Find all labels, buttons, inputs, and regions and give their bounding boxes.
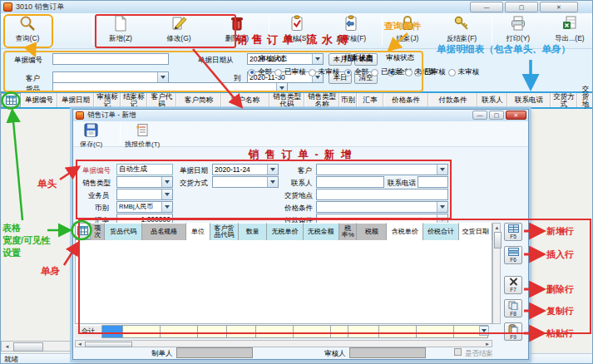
modify-button[interactable]: 修改(G) — [157, 15, 200, 47]
grid-column-header[interactable]: 货品代码 — [105, 223, 142, 240]
column-header[interactable]: 客户名称 — [221, 93, 269, 107]
grid-column-header[interactable]: 含税单价 — [387, 223, 423, 240]
phone-input[interactable] — [418, 176, 448, 188]
x-delete-icon — [509, 278, 518, 287]
column-header[interactable]: 汇率 — [357, 93, 383, 107]
dialog-close-button[interactable]: ✕ — [506, 111, 526, 120]
chevron-down-icon[interactable] — [479, 326, 489, 336]
price-cond-combo[interactable] — [316, 201, 448, 213]
query-customer-combo[interactable] — [52, 71, 169, 83]
grid-column-header[interactable]: 交货日期 — [459, 223, 492, 240]
detail-grid-body[interactable] — [75, 240, 492, 324]
column-header[interactable]: 币别 — [339, 93, 357, 107]
delivery-mode-label: 交货方式 — [180, 179, 208, 189]
salesman-combo[interactable] — [116, 189, 173, 200]
chevron-down-icon[interactable] — [437, 165, 447, 175]
grid-vscrollbar[interactable]: ▲ — [492, 223, 501, 324]
grid-column-header[interactable]: 无税金额 — [304, 223, 339, 240]
chevron-down-icon[interactable] — [312, 54, 323, 64]
grid-column-header[interactable]: 数量 — [239, 223, 267, 240]
main-hscrollbar[interactable]: ◄ — [1, 341, 72, 352]
grid-settings-button[interactable] — [75, 223, 91, 239]
add-row-button[interactable]: F5 — [504, 223, 522, 241]
close-button[interactable]: ✕ — [540, 2, 578, 12]
selected-total-cell[interactable] — [102, 325, 123, 338]
contact-input[interactable] — [316, 176, 384, 188]
copy-row-button[interactable]: F8 — [504, 299, 522, 317]
radio-audit-all[interactable] — [248, 69, 255, 76]
radio-unaudited[interactable] — [448, 69, 456, 76]
scroll-left-icon[interactable]: ◄ — [2, 342, 12, 350]
paste-row-annotation: 粘贴行 — [546, 327, 574, 340]
maximize-icon: ▢ — [519, 4, 525, 11]
grid-column-header[interactable]: 客户货品代码 — [210, 223, 239, 240]
grid-column-header[interactable]: 项次 — [91, 223, 105, 240]
maximize-button[interactable]: ▢ — [505, 2, 538, 12]
customer-combo[interactable] — [316, 164, 448, 175]
scroll-thumb[interactable] — [13, 342, 43, 352]
grid-column-header[interactable]: 单位 — [186, 223, 210, 240]
column-header[interactable]: 价格条件 — [383, 93, 428, 107]
column-header[interactable]: 销售类型代码 — [269, 93, 304, 107]
minimize-button[interactable]: — — [470, 2, 503, 12]
column-header[interactable]: 单据日期 — [57, 93, 94, 107]
grid-column-header[interactable]: 品名规格 — [142, 223, 186, 240]
grid-column-header[interactable]: 税率% — [339, 223, 357, 240]
grid-column-header[interactable]: 无税单价 — [267, 223, 303, 240]
radio-close-all[interactable] — [344, 69, 352, 76]
chevron-down-icon[interactable] — [437, 202, 447, 212]
column-header[interactable]: 付款条件 — [428, 93, 477, 107]
closed-checkbox[interactable] — [454, 348, 462, 356]
currency-combo[interactable]: RMB|人民币 — [116, 201, 173, 213]
grid-hscrollbar[interactable]: ◄ ► — [75, 340, 492, 347]
grid-column-header[interactable]: 价税合计 — [423, 223, 459, 240]
chevron-down-icon[interactable] — [161, 202, 172, 212]
scroll-thumb[interactable] — [85, 342, 132, 347]
scroll-up-icon[interactable]: ▲ — [494, 224, 500, 231]
audit-status-title: 审核状态 — [259, 54, 287, 64]
delivery-place-input[interactable] — [316, 189, 448, 200]
scroll-left-icon[interactable]: ◄ — [77, 342, 83, 347]
column-header[interactable]: 交货地点 — [577, 93, 593, 107]
column-header[interactable]: 交货方式 — [551, 93, 577, 107]
insert-row-button[interactable]: F6 — [504, 246, 522, 264]
doc-date-combo[interactable]: 2020-11-24 — [212, 164, 279, 175]
column-header[interactable]: 客户代码 — [147, 93, 176, 107]
delivery-mode-combo[interactable] — [212, 176, 279, 188]
dialog-maximize-button[interactable]: ▢ — [489, 111, 504, 120]
delete-row-button[interactable]: F7 — [504, 276, 522, 294]
scroll-thumb[interactable] — [494, 232, 502, 248]
audit-status-title: 审核状态 — [386, 53, 414, 63]
chevron-down-icon[interactable] — [161, 189, 172, 199]
save-button[interactable]: 保存(C) — [80, 123, 102, 149]
column-header[interactable]: 审核标记 — [94, 93, 121, 107]
column-header[interactable]: 销售类型名称 — [304, 93, 339, 107]
query-button[interactable]: 查询(C) — [6, 15, 49, 47]
column-header[interactable]: 单据编号 — [21, 93, 57, 107]
radio-audited[interactable] — [274, 69, 282, 76]
chevron-down-icon[interactable] — [161, 177, 172, 187]
dialog-minimize-button[interactable]: — — [472, 111, 487, 120]
search-icon — [19, 15, 36, 33]
sales-type-combo[interactable] — [116, 176, 173, 188]
copy-icon — [508, 301, 518, 311]
chevron-down-icon[interactable] — [267, 177, 278, 187]
table-settings-button[interactable] — [1, 93, 21, 107]
paste-clipboard-icon — [508, 324, 518, 334]
radio-unclosed[interactable] — [405, 69, 413, 76]
radio-closed[interactable] — [371, 69, 378, 76]
column-header[interactable]: 客户简称 — [176, 93, 221, 107]
doc-no-field[interactable]: 自动生成 — [116, 164, 173, 175]
column-header[interactable]: 结案标记 — [121, 93, 147, 107]
column-header[interactable]: 联系人 — [477, 93, 507, 107]
column-header[interactable]: 联系电话 — [507, 93, 551, 107]
pick-quotation-button[interactable]: 挑报价单(T) — [125, 123, 160, 149]
scroll-right-icon[interactable]: ► — [484, 342, 491, 347]
radio-unaudited[interactable] — [309, 69, 316, 76]
paste-row-button[interactable]: F9 — [504, 322, 522, 341]
add-button[interactable]: 新增(Z) — [99, 15, 142, 47]
query-doc-no-input[interactable] — [52, 53, 169, 65]
grid-column-header[interactable]: 税额 — [357, 223, 387, 240]
chevron-down-icon[interactable] — [157, 72, 168, 82]
chevron-down-icon[interactable] — [267, 165, 278, 175]
